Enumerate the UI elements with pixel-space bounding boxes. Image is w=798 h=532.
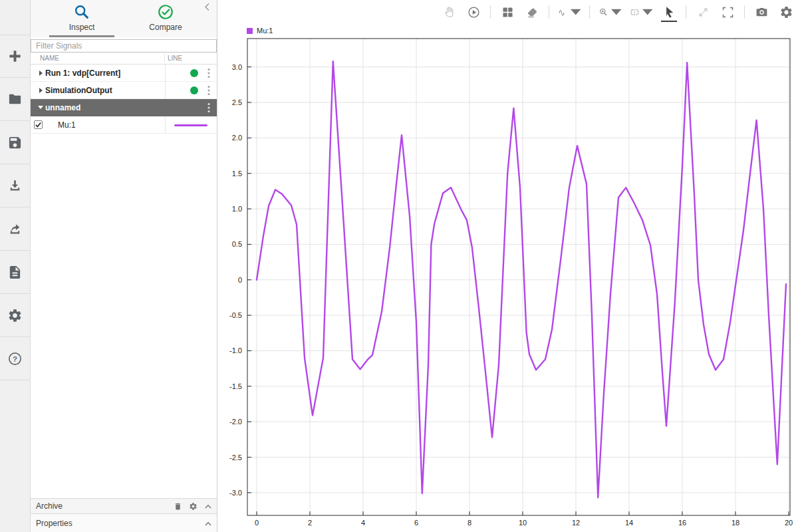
svg-text:10: 10: [519, 519, 527, 527]
kebab-menu-icon: [207, 85, 210, 96]
left-toolbar: ?: [0, 0, 31, 532]
import-button[interactable]: [0, 164, 30, 207]
app-window: ? Inspect Compare: [0, 0, 798, 532]
kebab-menu-icon: [207, 68, 210, 78]
row-menu-button[interactable]: [205, 102, 212, 113]
signal-checkbox[interactable]: [34, 120, 43, 129]
svg-text:-1.0: -1.0: [229, 346, 242, 354]
table-header: NAME LINE: [31, 53, 217, 65]
report-button[interactable]: [0, 251, 30, 294]
svg-text:2.5: 2.5: [232, 98, 242, 106]
signal-row-mu1[interactable]: Mu:1: [31, 116, 217, 134]
svg-text:1.0: 1.0: [232, 205, 242, 213]
column-header-line: LINE: [164, 55, 217, 62]
run-row-2[interactable]: SimulationOutput: [31, 82, 217, 99]
svg-text:6: 6: [414, 519, 418, 527]
signal-line-swatch[interactable]: [174, 124, 207, 126]
svg-text:-3.0: -3.0: [229, 489, 242, 497]
archive-bar[interactable]: Archive: [31, 498, 217, 513]
svg-text:?: ?: [13, 354, 17, 362]
signal-label: Mu:1: [58, 120, 76, 130]
svg-text:2.0: 2.0: [232, 134, 242, 142]
svg-text:14: 14: [625, 519, 633, 527]
row-menu-button[interactable]: [205, 85, 212, 96]
expand-arrow-icon[interactable]: [36, 88, 45, 93]
run-label: SimulationOutput: [45, 86, 112, 95]
gear-icon[interactable]: [189, 502, 198, 511]
gear-icon: [7, 308, 23, 323]
svg-text:0: 0: [238, 276, 242, 284]
plus-icon: [7, 49, 23, 64]
svg-text:0: 0: [255, 519, 259, 527]
tab-compare[interactable]: Compare: [124, 0, 207, 37]
svg-text:8: 8: [467, 519, 471, 527]
chevron-left-icon: [204, 3, 210, 11]
question-icon: ?: [7, 351, 23, 366]
chart-pane: Mu:1 024681012141618203.02.52.01.51.00.5…: [217, 0, 798, 532]
export-button[interactable]: [0, 207, 30, 251]
tabbar: Inspect Compare: [31, 0, 217, 37]
floppy-icon: [7, 135, 23, 150]
chevron-up-icon[interactable]: [205, 521, 211, 526]
properties-bar[interactable]: Properties: [31, 513, 217, 532]
properties-label: Properties: [36, 519, 72, 528]
svg-text:1.5: 1.5: [232, 170, 242, 178]
help-button[interactable]: ?: [0, 337, 30, 380]
archive-label: Archive: [36, 501, 63, 511]
run-row-unnamed[interactable]: unnamed: [31, 99, 217, 116]
add-button[interactable]: [0, 35, 30, 78]
trash-icon[interactable]: [174, 502, 182, 511]
svg-text:16: 16: [678, 519, 686, 527]
magnifier-icon: [73, 3, 90, 21]
save-button[interactable]: [0, 121, 30, 164]
svg-text:12: 12: [572, 519, 580, 527]
run-row-1[interactable]: Run 1: vdp[Current]: [31, 65, 217, 82]
plot-canvas[interactable]: 024681012141618203.02.52.01.51.00.50-0.5…: [217, 0, 798, 532]
tab-inspect-label: Inspect: [69, 23, 95, 32]
expand-arrow-icon[interactable]: [36, 70, 45, 76]
tab-compare-label: Compare: [149, 23, 182, 32]
open-button[interactable]: [0, 78, 30, 121]
svg-text:-2.5: -2.5: [229, 454, 242, 462]
status-dot: [190, 86, 198, 94]
collapse-panel-button[interactable]: [204, 2, 213, 11]
check-circle-icon: [157, 3, 174, 21]
filter-signals-input[interactable]: [31, 39, 217, 53]
preferences-button[interactable]: [0, 294, 30, 337]
svg-text:2: 2: [308, 519, 312, 527]
row-menu-button[interactable]: [205, 68, 212, 78]
check-icon: [35, 121, 42, 128]
filter-row: [31, 37, 217, 53]
run-label: Run 1: vdp[Current]: [45, 68, 120, 78]
svg-text:-2.0: -2.0: [229, 418, 242, 426]
chevron-up-icon[interactable]: [205, 504, 211, 509]
svg-text:3.0: 3.0: [232, 63, 242, 71]
signal-table: Run 1: vdp[Current] SimulationOutput unn…: [31, 65, 217, 134]
bottom-bars: Archive Properties: [31, 498, 217, 532]
svg-text:18: 18: [732, 519, 739, 527]
svg-text:-1.5: -1.5: [229, 382, 242, 390]
svg-text:0.5: 0.5: [232, 240, 242, 248]
run-label: unnamed: [45, 103, 80, 112]
signal-panel: Inspect Compare NAME LINE: [31, 0, 217, 532]
column-header-name: NAME: [31, 55, 164, 62]
svg-text:20: 20: [785, 519, 793, 527]
status-dot: [190, 69, 198, 77]
document-icon: [7, 265, 23, 280]
folder-icon: [7, 92, 23, 107]
share-icon: [7, 221, 23, 237]
collapse-arrow-icon[interactable]: [36, 106, 45, 109]
download-icon: [7, 178, 23, 194]
tab-inspect[interactable]: Inspect: [40, 0, 124, 37]
kebab-menu-icon: [207, 102, 210, 113]
svg-text:4: 4: [361, 519, 365, 527]
svg-text:-0.5: -0.5: [229, 311, 242, 319]
